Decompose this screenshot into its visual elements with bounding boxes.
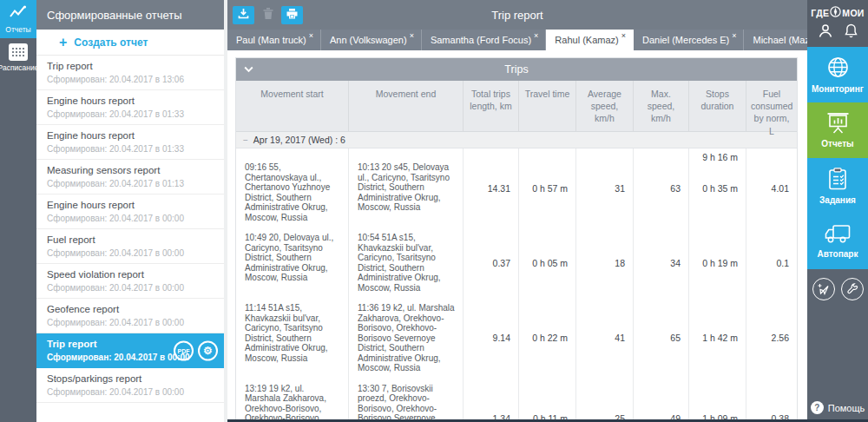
globe-icon [826,56,850,81]
create-report-button[interactable]: + Создать отчет [36,30,224,56]
report-list-item[interactable]: Geofence report Сформирован: 20.04.2017 … [36,299,224,333]
download-button[interactable] [233,6,254,24]
left-icon-rail: Отчеты Расписание [0,0,36,422]
tracker-tab[interactable]: Paul (Man truck) × [227,30,321,50]
tracker-tab[interactable]: Michael (Mazda 6) × [744,30,807,50]
column-header: Average speed, km/h [576,81,634,131]
rail-item-label: Расписание [0,63,38,72]
column-header: Stops duration [689,81,746,131]
tab-label: Daniel (Mercedes E) [642,35,729,45]
plus-icon: + [59,36,67,49]
wrench-button[interactable] [841,278,864,300]
tab-close-icon[interactable]: × [534,31,538,40]
tab-label: Samantha (Ford Focus) [431,35,531,45]
logo-text-left: ГДЕ [811,8,829,18]
tracker-tab[interactable]: Samantha (Ford Focus) × [422,30,546,50]
report-toolbar: Trip report [227,0,807,30]
report-item-timestamp: Сформирован: 20.04.2017 в 01:33 [47,109,214,119]
bell-icon[interactable] [845,23,858,42]
nav-item-reports[interactable]: Отчеты [807,102,868,158]
fuel-consumed-cell: 0.1 [746,227,797,298]
create-report-label: Создать отчет [74,36,148,49]
stop-before-value: 9 h 16 m [702,152,738,162]
date-group-label: Apr 19, 2017 (Wed) : 6 [253,135,345,145]
column-header: Movement end [349,81,464,131]
column-header: Total trips length, km [464,81,519,131]
rail-item-reports[interactable]: Отчеты [0,0,36,38]
report-item-timestamp: Сформирован: 20.04.2017 в 00:00 [47,214,214,223]
trip-length-cell: 1.34 [464,379,519,422]
main-nav-rail: ГДЕ МОИ Мониторинг [807,0,868,422]
nav-item-fleet[interactable]: Автопарк [807,214,868,269]
trip-row: 11:14 51A s15, Khavkazskii bul'var, Cari… [236,298,797,379]
tab-close-icon[interactable]: × [410,31,414,40]
schedule-grid-icon [9,43,28,61]
tab-close-icon[interactable]: × [621,31,626,40]
report-list-item[interactable]: Measuring sensors report Сформирован: 20… [36,160,224,195]
travel-time-cell: 0 h 05 m [519,227,576,298]
logo-text-right: МОИ [842,8,864,18]
report-viewer: Trip report Paul (Man truck) × Ann (Volk… [227,0,807,422]
avg-speed-cell: 25 [576,379,634,422]
report-list-item[interactable]: Stops/parkings report Сформирован: 20.04… [36,368,224,403]
column-header: Fuel consumed by norm, L [746,81,797,131]
nav-item-tasks[interactable]: Задания [807,158,868,214]
report-list-item[interactable]: Engine hours report Сформирован: 20.04.2… [36,90,224,125]
max-speed-cell: 49 [634,379,689,422]
tab-close-icon[interactable]: × [309,31,313,40]
generated-reports-panel: Сформированные отчеты + Создать отчет Tr… [36,0,227,422]
report-item-title: Engine hours report [47,130,214,141]
nav-rail-top: ГДЕ МОИ [807,0,868,47]
report-item-timestamp: Сформирован: 20.04.2017 в 00:00 [47,283,214,293]
movement-start-cell: 11:14 51A s15, Khavkazskii bul'var, Cari… [236,298,349,379]
tab-close-icon[interactable]: × [732,31,736,40]
tracker-tab[interactable]: Rahul (Kamaz) × [546,30,634,50]
download-icon [238,7,249,23]
trip-row: 10:49 20, Delovaya ul., Caricyno, Tsarit… [236,227,797,298]
date-group-row: − Apr 19, 2017 (Wed) : 6 [236,132,797,148]
help-button[interactable]: ? Помощь [807,401,868,414]
print-icon [286,7,298,23]
nav-item-label: Мониторинг [812,84,864,94]
avg-speed-cell: 41 [576,298,634,379]
truck-icon [825,224,851,246]
tracker-tab[interactable]: Ann (Volkswagen) × [321,30,422,50]
report-list-item[interactable]: Engine hours report Сформирован: 20.04.2… [36,125,224,160]
column-header: Travel time [519,81,576,131]
fuel-consumed-cell: 4.01 [746,148,797,227]
rail-item-schedule[interactable]: Расписание [0,38,36,76]
question-icon: ? [811,401,824,414]
avg-speed-cell: 18 [576,227,634,298]
navigation-arrow-button[interactable] [812,278,835,300]
travel-time-cell: 0 h 57 m [519,148,576,227]
column-header: Movement start [236,81,349,131]
nav-item-monitoring[interactable]: Мониторинг [807,47,868,102]
user-icon[interactable] [818,23,833,42]
user-actions [807,23,868,42]
stops-duration-value: 0 h 19 m [702,258,738,268]
collapse-group-icon[interactable]: − [243,135,248,145]
report-list-item[interactable]: Engine hours report Сформирован: 20.04.2… [36,195,224,229]
report-list-item[interactable]: Speed violation report Сформирован: 20.0… [36,264,224,299]
report-list-item[interactable]: Fuel report Сформирован: 20.04.2017 в 00… [36,229,224,264]
stops-duration-cell: 0 h 19 m [689,227,746,298]
tracker-tab[interactable]: Daniel (Mercedes E) × [634,30,745,50]
tab-label: Rahul (Kamaz) [555,35,618,45]
report-list-item[interactable]: Trip report Сформирован: 20.04.2017 в 13… [36,56,224,90]
report-list-item[interactable]: Trip report Сформирован: 20.04.2017 в 00… [36,333,224,368]
max-speed-cell: 65 [634,298,689,379]
trip-row: 13:19 19 k2, ul. Marshala Zakharova, Ore… [236,379,797,422]
report-item-timestamp: Сформирован: 20.04.2017 в 01:33 [47,144,214,154]
chevron-down-icon[interactable] [244,66,253,73]
pdf-button[interactable]: PDF [174,340,194,360]
trips-column-headers: Movement startMovement endTotal trips le… [236,81,797,132]
stops-duration-cell: 1 h 42 m [689,298,746,379]
trip-length-cell: 14.31 [464,148,519,227]
delete-button[interactable] [257,6,279,24]
compass-icon [830,6,841,19]
trips-table: Trips Movement startMovement endTotal tr… [235,57,798,422]
panel-title: Сформированные отчеты [36,0,224,30]
gear-icon[interactable]: ⚙ [198,340,218,360]
print-button[interactable] [281,6,303,24]
tab-label: Paul (Man truck) [236,35,306,45]
